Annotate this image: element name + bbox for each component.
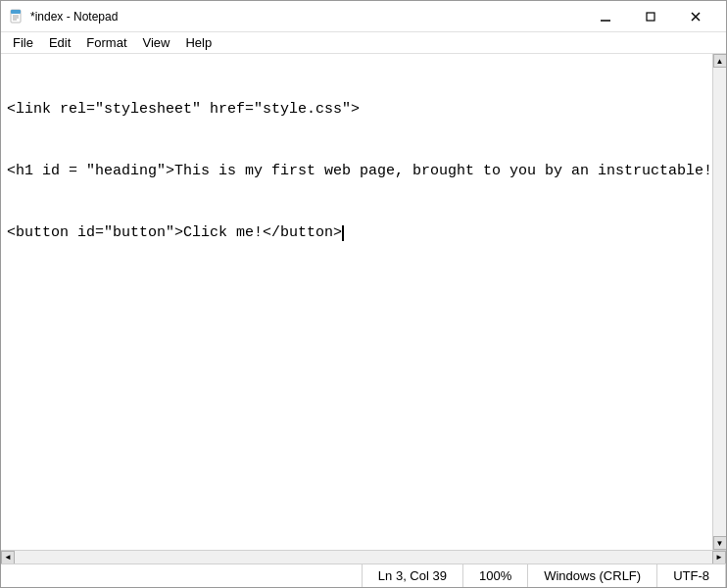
close-button[interactable] [673,1,718,32]
window-title: *index - Notepad [30,10,583,24]
scroll-track-horizontal[interactable] [15,551,712,564]
menu-bar: File Edit Format View Help [1,32,726,54]
minimize-button[interactable] [583,1,628,32]
menu-format[interactable]: Format [78,32,134,54]
maximize-icon [646,12,655,22]
editor-line-3: <button id="button">Click me!</button> [7,222,720,243]
menu-edit[interactable]: Edit [41,32,78,54]
text-editor[interactable]: <link rel="stylesheet" href="style.css">… [1,54,726,550]
menu-file[interactable]: File [5,32,41,54]
text-cursor [342,225,344,241]
status-line-ending: Windows (CRLF) [528,564,657,587]
status-position: Ln 3, Col 39 [363,564,463,587]
editor-wrapper: <link rel="stylesheet" href="style.css">… [1,54,726,564]
editor-inner: <link rel="stylesheet" href="style.css">… [1,54,726,550]
status-encoding: UTF-8 [657,564,726,587]
svg-rect-6 [647,13,654,21]
editor-line-2: <h1 id = "heading">This is my first web … [7,161,720,181]
scroll-down-button[interactable]: ▼ [713,536,727,550]
scroll-left-button[interactable]: ◄ [1,551,15,564]
status-zoom: 100% [463,564,528,587]
editor-line-1: <link rel="stylesheet" href="style.css"> [7,99,720,120]
svg-rect-1 [11,10,21,14]
app-icon [9,9,24,24]
vertical-scrollbar[interactable]: ▲ ▼ [712,54,726,550]
scroll-right-button[interactable]: ► [712,551,726,564]
window-controls [583,1,718,32]
close-icon [691,12,701,22]
title-bar: *index - Notepad [1,1,726,32]
scroll-up-button[interactable]: ▲ [713,54,727,68]
scroll-track-vertical[interactable] [713,68,727,536]
minimize-icon [601,12,610,22]
menu-view[interactable]: View [135,32,178,54]
horizontal-scrollbar[interactable]: ◄ ► [1,550,726,564]
status-bar: Ln 3, Col 39 100% Windows (CRLF) UTF-8 [1,564,726,587]
maximize-button[interactable] [628,1,673,32]
menu-help[interactable]: Help [177,32,219,54]
notepad-window: *index - Notepad File Edit F [0,0,727,588]
status-empty [1,564,363,587]
